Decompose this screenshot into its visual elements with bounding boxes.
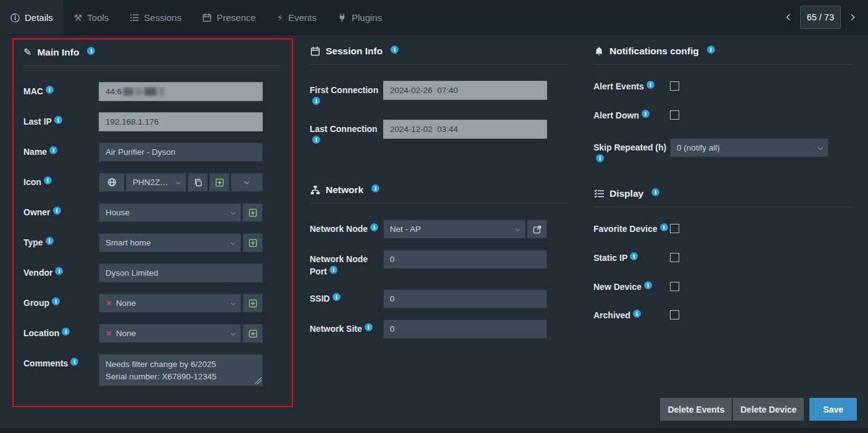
field-label: Archived bbox=[593, 310, 670, 322]
external-link-icon bbox=[533, 225, 542, 234]
chevron-down-icon bbox=[230, 241, 236, 247]
tab-details[interactable]: ⓘ Details bbox=[0, 0, 64, 35]
plus-square-icon bbox=[215, 178, 224, 187]
location-select[interactable]: None bbox=[99, 324, 241, 343]
info-icon bbox=[44, 176, 52, 184]
field-label: Icon bbox=[23, 173, 99, 189]
network-node-select[interactable]: Net - AP bbox=[383, 220, 526, 239]
tab-sessions[interactable]: Sessions bbox=[119, 0, 192, 35]
last-connection-field[interactable] bbox=[383, 120, 547, 139]
tab-plugins[interactable]: Plugins bbox=[327, 0, 392, 35]
device-counter: 65 / 73 bbox=[800, 6, 841, 29]
prev-device-button[interactable] bbox=[779, 6, 798, 29]
bell-icon bbox=[593, 46, 604, 57]
favorite-device-row: Favorite Device bbox=[593, 223, 854, 236]
tab-presence[interactable]: Presence bbox=[192, 0, 266, 35]
add-group-button[interactable] bbox=[242, 294, 263, 313]
alert-down-row: Alert Down bbox=[593, 110, 854, 122]
notifications-header: Notifications config bbox=[593, 44, 854, 65]
save-button[interactable]: Save bbox=[809, 398, 857, 421]
network-node-select-value: Net - AP bbox=[390, 225, 421, 234]
add-owner-button[interactable] bbox=[242, 203, 263, 222]
page-bottom-edge bbox=[0, 428, 868, 433]
calendar-icon bbox=[202, 13, 212, 22]
icon-select[interactable]: PHN2ZyB4bV bbox=[126, 173, 186, 192]
type-select[interactable]: Smart home bbox=[99, 233, 241, 252]
type-select-value: Smart home bbox=[105, 238, 151, 247]
network-site-field[interactable] bbox=[383, 320, 547, 339]
chevron-down-icon bbox=[230, 301, 236, 307]
favorite-device-checkbox[interactable] bbox=[670, 224, 679, 233]
comments-field[interactable]: Needs filter change by 6/2025 Serial num… bbox=[99, 354, 263, 386]
vendor-field[interactable] bbox=[99, 263, 263, 282]
delete-events-button[interactable]: Delete Events bbox=[660, 398, 732, 421]
info-icon bbox=[312, 136, 320, 144]
main-info-highlight-red-box: ✎ Main Info MAC 44:6 Last IP Name bbox=[12, 38, 293, 407]
info-icon bbox=[651, 188, 659, 196]
sitemap-icon bbox=[310, 185, 320, 196]
icon-select-value: PHN2ZyB4bV bbox=[133, 178, 171, 187]
field-label: First Connection bbox=[310, 81, 383, 109]
alert-down-checkbox[interactable] bbox=[670, 110, 679, 120]
field-label: SSID bbox=[310, 289, 383, 305]
static-ip-checkbox[interactable] bbox=[670, 253, 679, 262]
network-node-port-field[interactable] bbox=[383, 250, 547, 269]
mac-field[interactable]: 44:6 bbox=[99, 82, 263, 101]
calendar-icon bbox=[310, 46, 320, 57]
info-circle-icon: ⓘ bbox=[10, 13, 20, 22]
network-node-row: Network Node Net - AP bbox=[310, 220, 568, 239]
copy-icon-button[interactable] bbox=[188, 173, 208, 192]
section-title: Main Info bbox=[37, 47, 79, 58]
tab-events[interactable]: ⚡ Events bbox=[267, 0, 327, 35]
icon-browse-button[interactable] bbox=[231, 173, 263, 192]
info-icon bbox=[644, 281, 652, 289]
info-icon bbox=[55, 267, 63, 275]
chevron-down-icon bbox=[230, 331, 236, 337]
field-label: Network Node Port bbox=[310, 250, 383, 278]
network-site-row: Network Site bbox=[310, 320, 568, 339]
info-icon bbox=[70, 358, 78, 366]
tab-label: Sessions bbox=[144, 12, 181, 23]
add-icon-button[interactable] bbox=[209, 173, 229, 192]
plus-square-icon bbox=[249, 299, 257, 308]
new-device-checkbox[interactable] bbox=[670, 282, 679, 291]
next-device-button[interactable] bbox=[843, 6, 862, 29]
tools-icon: ⚒ bbox=[74, 13, 82, 22]
first-connection-field[interactable] bbox=[383, 81, 547, 100]
add-location-button[interactable] bbox=[242, 324, 263, 343]
new-device-row: New Device bbox=[593, 281, 854, 294]
device-icon-preview-button[interactable] bbox=[99, 173, 125, 192]
bolt-icon: ⚡ bbox=[277, 13, 284, 22]
network-header: Network bbox=[310, 183, 568, 204]
archived-row: Archived bbox=[593, 310, 854, 322]
add-type-button[interactable] bbox=[242, 233, 263, 252]
ssid-field[interactable] bbox=[383, 289, 547, 308]
info-icon bbox=[365, 323, 373, 331]
red-x-icon bbox=[105, 329, 112, 338]
group-select[interactable]: None bbox=[99, 294, 241, 313]
delete-device-button[interactable]: Delete Device bbox=[733, 398, 804, 421]
info-icon bbox=[46, 86, 54, 94]
chevron-right-icon bbox=[848, 13, 857, 22]
owner-select[interactable]: House bbox=[99, 203, 241, 222]
chevron-down-icon bbox=[817, 146, 824, 152]
section-title: Network bbox=[326, 184, 363, 196]
archived-checkbox[interactable] bbox=[670, 310, 679, 320]
tab-tools[interactable]: ⚒ Tools bbox=[64, 0, 119, 35]
name-field[interactable] bbox=[99, 142, 263, 162]
alert-events-checkbox[interactable] bbox=[670, 81, 679, 91]
skip-repeated-select[interactable]: 0 (notify all) bbox=[670, 138, 829, 157]
field-label: Comments bbox=[23, 354, 99, 370]
mac-redacted-block bbox=[135, 88, 143, 96]
open-network-node-button[interactable] bbox=[527, 220, 547, 239]
alert-events-row: Alert Events bbox=[593, 81, 854, 93]
field-label: Skip Repeated (h) bbox=[593, 138, 670, 166]
field-label: New Device bbox=[593, 281, 670, 294]
mac-redacted-block bbox=[144, 88, 157, 96]
last-ip-field[interactable] bbox=[99, 112, 263, 131]
tab-label: Details bbox=[25, 12, 53, 23]
info-icon bbox=[46, 237, 54, 245]
name-row: Name bbox=[23, 142, 282, 162]
field-label: Favorite Device bbox=[593, 223, 670, 236]
field-label: Owner bbox=[23, 203, 99, 219]
